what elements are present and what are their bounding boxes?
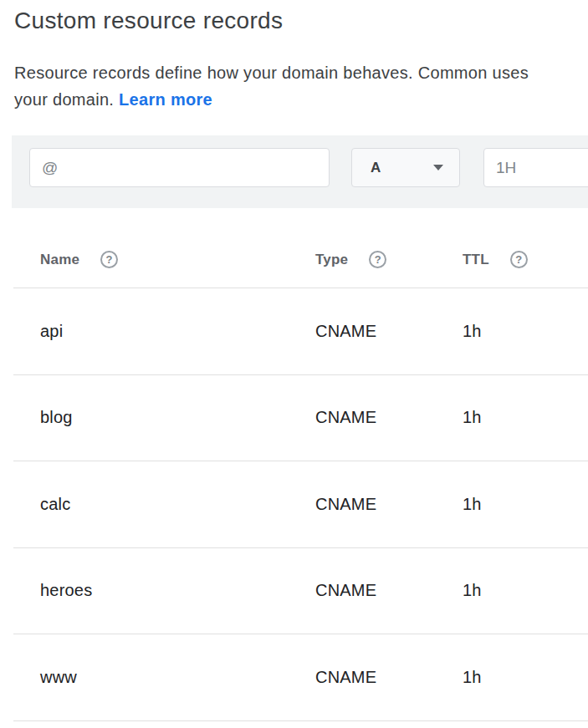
table-row: www CNAME 1h bbox=[13, 634, 588, 721]
record-type: CNAME bbox=[315, 581, 463, 600]
column-header-ttl-label: TTL bbox=[463, 252, 489, 268]
column-header-name-label: Name bbox=[40, 252, 79, 268]
page-title: Custom resource records bbox=[14, 9, 283, 33]
record-type: CNAME bbox=[315, 668, 463, 687]
record-ttl: 1h bbox=[463, 408, 588, 427]
column-header-type: Type ? bbox=[315, 251, 463, 268]
record-type: CNAME bbox=[315, 495, 463, 514]
record-name: www bbox=[13, 668, 315, 687]
record-type-select[interactable]: A bbox=[351, 148, 460, 187]
record-ttl: 1h bbox=[463, 495, 588, 514]
help-icon[interactable]: ? bbox=[100, 251, 118, 268]
description-line-2-text: your domain. bbox=[14, 90, 119, 109]
table-row: api CNAME 1h bbox=[13, 288, 588, 375]
column-header-name: Name ? bbox=[13, 251, 315, 268]
add-record-bar: A bbox=[12, 135, 588, 208]
record-type-selected-value: A bbox=[371, 160, 381, 176]
page-description: Resource records define how your domain … bbox=[14, 59, 529, 113]
record-name: calc bbox=[13, 495, 315, 514]
record-ttl: 1h bbox=[463, 581, 588, 600]
record-name: heroes bbox=[13, 581, 315, 600]
records-table-body: api CNAME 1h blog CNAME 1h calc CNAME 1h… bbox=[13, 288, 588, 721]
record-ttl-input[interactable] bbox=[483, 148, 588, 187]
record-ttl: 1h bbox=[463, 668, 588, 687]
learn-more-link[interactable]: Learn more bbox=[119, 90, 212, 109]
record-type: CNAME bbox=[315, 322, 463, 341]
description-line-2: your domain. Learn more bbox=[14, 86, 529, 113]
help-icon[interactable]: ? bbox=[369, 251, 386, 268]
custom-resource-records-page: Custom resource records Resource records… bbox=[0, 0, 588, 728]
record-name: blog bbox=[13, 408, 315, 427]
table-row: blog CNAME 1h bbox=[13, 375, 588, 462]
table-row: calc CNAME 1h bbox=[13, 461, 588, 548]
description-line-1: Resource records define how your domain … bbox=[14, 59, 529, 86]
record-name: api bbox=[13, 322, 315, 341]
record-type: CNAME bbox=[315, 408, 463, 427]
record-ttl: 1h bbox=[463, 322, 588, 341]
chevron-down-icon bbox=[433, 165, 443, 171]
help-icon[interactable]: ? bbox=[510, 251, 528, 268]
table-row: heroes CNAME 1h bbox=[13, 548, 588, 635]
column-header-ttl: TTL ? bbox=[463, 251, 588, 268]
table-header-row: Name ? Type ? TTL ? bbox=[13, 208, 588, 288]
column-header-type-label: Type bbox=[315, 252, 348, 268]
record-name-input[interactable] bbox=[29, 148, 330, 187]
